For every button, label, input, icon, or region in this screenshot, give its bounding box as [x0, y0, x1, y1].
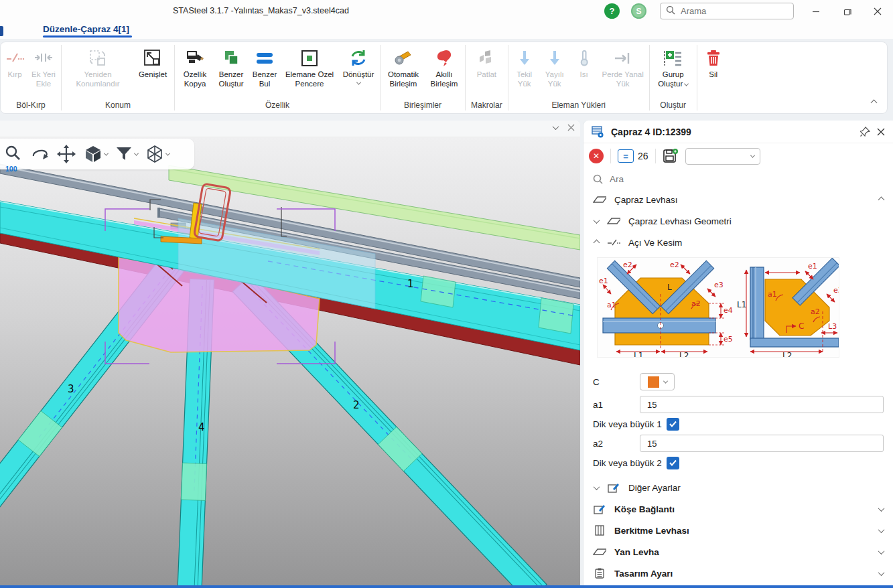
ribbon-button-patlat[interactable]: Patlat: [468, 45, 504, 81]
pan-tool[interactable]: [56, 144, 76, 164]
ribbon-label: Genişlet: [139, 70, 167, 80]
chevron-up-icon[interactable]: [594, 239, 600, 246]
tab-row: Düzenle-Çapraz 4[1]: [0, 23, 893, 39]
chevron-down-icon[interactable]: [594, 217, 600, 224]
orbit-tool[interactable]: [29, 145, 50, 163]
trash-icon: [703, 46, 724, 70]
ribbon-button-benzer-olustur[interactable]: Benzer Oluştur: [214, 45, 249, 90]
check1-checkbox[interactable]: [667, 418, 679, 431]
axes-tool[interactable]: [145, 144, 169, 164]
tree-label: Çapraz Levhası: [614, 195, 871, 205]
ribbon-button-otomatik-birlesim[interactable]: Otomatik Birleşim: [382, 45, 425, 90]
filter-tool[interactable]: [115, 145, 138, 163]
member-label-4: 4: [198, 421, 205, 433]
zoom-tool[interactable]: 100: [4, 145, 23, 163]
ribbon-button-benzer-bul[interactable]: Benzer Bul: [249, 45, 281, 90]
ribbon-group-sil: Sil: [697, 42, 730, 113]
ribbon-button-akilli-birlesim[interactable]: Akıllı Birleşim: [425, 45, 464, 90]
chevron-down-icon[interactable]: [165, 151, 170, 155]
count-button[interactable]: = 26: [618, 149, 648, 163]
a2-input[interactable]: [640, 435, 884, 452]
chevron-down-icon[interactable]: [594, 484, 600, 490]
panel-search-input[interactable]: [610, 174, 811, 184]
ribbon-button-isi[interactable]: Isı: [570, 45, 598, 81]
restore-button[interactable]: [837, 2, 857, 21]
c-color-dropdown[interactable]: [640, 373, 675, 390]
chevron-down-icon[interactable]: [684, 81, 689, 86]
tree-item-aci-ve-kesim[interactable]: Açı Ve Kesim: [583, 232, 893, 253]
ribbon-group-makrolar: Patlat Makrolar: [466, 42, 508, 113]
search-input[interactable]: [681, 6, 774, 16]
help-button[interactable]: ?: [604, 3, 620, 19]
section-kose-baglanti[interactable]: Köşe Bağlantı: [583, 498, 893, 520]
dim-label: L1: [737, 300, 746, 309]
ribbon-button-donustur[interactable]: Dönüştür: [338, 45, 379, 86]
field-row-a1: a1: [583, 395, 893, 414]
bottom-accent-bar: [0, 585, 893, 588]
properties-panel: Çapraz 4 ID:12399 ✕ = 26 Çapraz Levhası …: [583, 121, 893, 585]
section-yan-levha[interactable]: Yan Levha: [583, 541, 893, 563]
chevron-down-icon[interactable]: [878, 505, 885, 512]
chevron-up-icon: [871, 100, 878, 106]
chevron-down-icon[interactable]: [104, 151, 109, 155]
pin-icon[interactable]: [860, 127, 870, 137]
minimize-button[interactable]: [806, 2, 826, 21]
viewport-collapse-icon[interactable]: [553, 123, 559, 130]
cancel-button[interactable]: ✕: [589, 149, 604, 163]
tree-item-capraz-levhasi-geometri[interactable]: Çapraz Levhası Geometri: [583, 210, 893, 232]
ribbon-label: Akıllı Birleşim: [426, 70, 462, 88]
chevron-down-icon[interactable]: [878, 526, 885, 533]
ribbon-button-kirp[interactable]: Kırp: [2, 45, 27, 81]
viewport-3d-scene[interactable]: 1 3 4 2: [0, 137, 580, 585]
field-label-c: C: [593, 377, 634, 387]
avatar[interactable]: S: [631, 3, 646, 19]
chevron-down-icon[interactable]: [356, 80, 360, 84]
section-berkitme-levhasi[interactable]: Berkitme Levhası: [583, 520, 893, 541]
section-tasarim-ayari[interactable]: Tasarım Ayarı: [583, 563, 893, 584]
close-button[interactable]: [868, 2, 888, 21]
tree-item-capraz-levhasi[interactable]: Çapraz Levhası: [583, 189, 893, 210]
tree-item-diger-ayarlar[interactable]: Diğer Ayarlar: [583, 477, 893, 498]
ribbon-button-perde-yanal-yuk[interactable]: Perde Yanal Yük: [598, 45, 648, 90]
section-label: Tasarım Ayarı: [614, 569, 871, 579]
search-icon: [666, 5, 675, 17]
dim-label: e2: [670, 261, 679, 269]
ribbon-button-yeniden-konumlandir[interactable]: Yeniden Konumlandır: [63, 45, 133, 90]
ribbon-button-yayili-yuk[interactable]: Yayılı Yük: [539, 45, 570, 90]
tab-duzenle-capraz[interactable]: Düzenle-Çapraz 4[1]: [43, 24, 129, 34]
ribbon-button-ozellik-kopya[interactable]: Özellik Kopya: [176, 45, 214, 90]
ribbon-button-gurup-olustur[interactable]: Gurup Oluştur: [651, 45, 695, 90]
dimension-diagram: e2 e2 e1 e3 a1 a2 e4 e5 L L1 L2: [597, 257, 839, 358]
titlebar-search[interactable]: [660, 3, 794, 19]
ribbon-label: Kırp: [7, 70, 21, 80]
chevron-down-icon[interactable]: [878, 548, 885, 555]
check2-checkbox[interactable]: [667, 457, 679, 469]
splice-icon: [33, 46, 54, 70]
menu-stub[interactable]: [0, 26, 3, 36]
ribbon-group-label: Özellik: [176, 100, 379, 112]
ribbon-button-sil[interactable]: Sil: [699, 45, 728, 81]
dim-label: e3: [714, 281, 724, 289]
ribbon-group-label: Böl-Kırp: [2, 100, 60, 112]
field-label-a2: a2: [593, 439, 634, 449]
ribbon-collapse-button[interactable]: [872, 96, 876, 108]
panel-search[interactable]: [583, 169, 893, 189]
viewport-close-icon[interactable]: [567, 124, 575, 131]
save-icon[interactable]: [663, 149, 679, 163]
ribbon-group-konum: Yeniden Konumlandır Genişlet Konum: [62, 42, 174, 113]
chevron-down-icon[interactable]: [878, 569, 885, 576]
preset-combobox[interactable]: [685, 148, 760, 165]
panel-close-icon[interactable]: [877, 128, 885, 136]
ribbon-button-elemane-ozel-pencere[interactable]: Elemane Özel Pencere: [281, 45, 338, 90]
field-row-a2: a2: [583, 434, 893, 453]
ribbon-button-genislet[interactable]: Genişlet: [133, 45, 173, 81]
ribbon-label: Gurup Oluştur: [658, 70, 684, 88]
chevron-up-icon[interactable]: [878, 196, 885, 203]
color-swatch-orange: [648, 376, 659, 388]
viewport-header: [0, 121, 580, 137]
ribbon-button-tekil-yuk[interactable]: Tekil Yük: [510, 45, 539, 90]
a1-input[interactable]: [640, 396, 884, 413]
view-cube-tool[interactable]: [83, 144, 108, 164]
chevron-down-icon[interactable]: [134, 151, 139, 155]
ribbon-button-ek-yeri-ekle[interactable]: Ek Yeri Ekle: [27, 45, 60, 90]
